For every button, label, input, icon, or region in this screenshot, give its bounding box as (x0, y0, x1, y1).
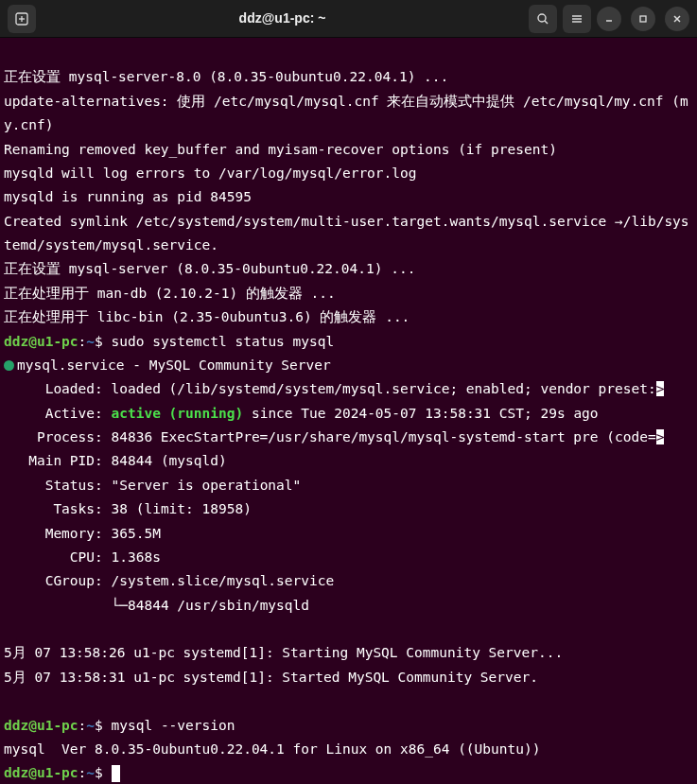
command-text: mysql --version (112, 718, 235, 733)
status-loaded: Loaded: loaded (/lib/systemd/system/mysq… (4, 381, 656, 396)
prompt-user-host: ddz@u1-pc (4, 334, 78, 349)
prompt-sym: $ (95, 765, 103, 780)
minimize-button[interactable] (597, 7, 621, 31)
window-title: ddz@u1-pc: ~ (42, 7, 523, 30)
version-output: mysql Ver 8.0.35-0ubuntu0.22.04.1 for Li… (4, 741, 540, 757)
prompt-user-host: ddz@u1-pc (4, 765, 78, 780)
status-dot-icon (4, 360, 14, 371)
titlebar: ddz@u1-pc: ~ (0, 0, 697, 38)
output-line: update-alternatives: 使用 /etc/mysql/mysql… (4, 94, 688, 132)
svg-line-4 (545, 21, 548, 24)
terminal-output[interactable]: 正在设置 mysql-server-8.0 (8.0.35-0ubuntu0.2… (0, 38, 697, 784)
output-line: Created symlink /etc/systemd/system/mult… (4, 214, 689, 253)
output-line: mysqld is running as pid 84595 (4, 189, 252, 204)
prompt-sym: $ (95, 718, 103, 733)
status-process: Process: 84836 ExecStartPre=/usr/share/m… (4, 429, 656, 444)
prompt-path: ~ (86, 334, 95, 349)
overflow-indicator: > (656, 381, 665, 396)
status-status: Status: "Server is operational" (4, 478, 301, 493)
status-active-post: since Tue 2024-05-07 13:58:31 CST; 29s a… (243, 406, 598, 421)
status-active-pre: Active: (4, 406, 112, 421)
search-button[interactable] (529, 5, 557, 33)
cursor (112, 765, 120, 782)
close-button[interactable] (665, 7, 689, 31)
menu-button[interactable] (563, 5, 591, 33)
output-line: Renaming removed key_buffer and myisam-r… (4, 142, 557, 157)
new-tab-button[interactable] (8, 5, 36, 33)
status-cgroup: CGroup: /system.slice/mysql.service (4, 573, 334, 588)
maximize-button[interactable] (631, 7, 655, 31)
prompt-user-host: ddz@u1-pc (4, 718, 78, 733)
output-line: 正在设置 mysql-server (8.0.35-0ubuntu0.22.04… (4, 261, 415, 276)
prompt-path: ~ (86, 765, 95, 780)
output-line: 正在设置 mysql-server-8.0 (8.0.35-0ubuntu0.2… (4, 69, 448, 84)
prompt-sym: $ (95, 334, 103, 349)
status-memory: Memory: 365.5M (4, 526, 161, 541)
output-line: 正在处理用于 libc-bin (2.35-0ubuntu3.6) 的触发器 .… (4, 309, 409, 324)
status-cgroup-child: └─84844 /usr/sbin/mysqld (4, 598, 309, 613)
status-mainpid: Main PID: 84844 (mysqld) (4, 453, 227, 468)
prompt-sep: : (78, 334, 87, 349)
prompt-sep: : (78, 765, 87, 780)
svg-rect-9 (640, 16, 646, 22)
log-line: 5月 07 13:58:31 u1-pc systemd[1]: Started… (4, 670, 538, 685)
command-text: sudo systemctl status mysql (112, 334, 335, 349)
log-line: 5月 07 13:58:26 u1-pc systemd[1]: Startin… (4, 645, 563, 660)
status-header: mysql.service - MySQL Community Server (17, 357, 331, 373)
prompt-sep: : (78, 718, 87, 733)
status-cpu: CPU: 1.368s (4, 549, 161, 565)
prompt-path: ~ (86, 718, 95, 733)
status-tasks: Tasks: 38 (limit: 18958) (4, 501, 252, 516)
status-active-state: active (running) (112, 406, 244, 421)
output-line: 正在处理用于 man-db (2.10.2-1) 的触发器 ... (4, 286, 336, 301)
output-line: mysqld will log errors to /var/log/mysql… (4, 166, 417, 181)
overflow-indicator: > (656, 429, 665, 444)
svg-point-3 (538, 14, 546, 22)
